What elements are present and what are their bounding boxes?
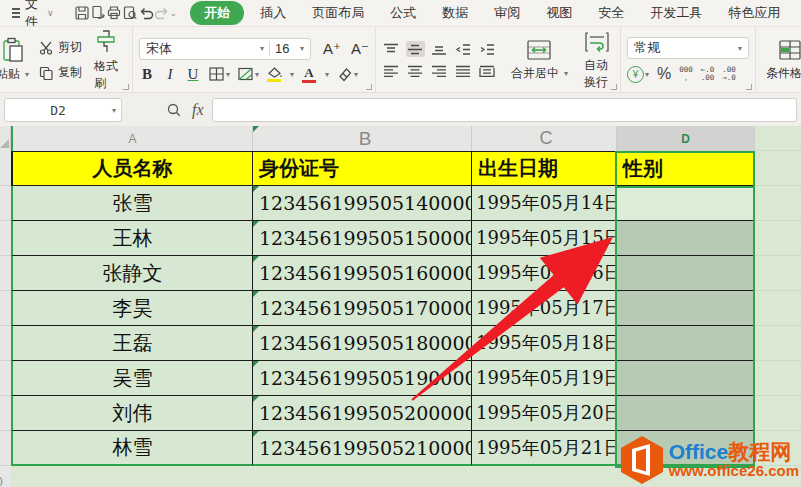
row-header-1[interactable]: 1 [0, 151, 11, 186]
cell-id-number[interactable]: 123456199505210000 [253, 431, 472, 466]
bold-button[interactable]: B [139, 66, 155, 83]
header-cell-gender[interactable]: 性别 [617, 151, 755, 186]
clear-format-button[interactable]: ▾ [336, 66, 358, 82]
cell-id-number[interactable]: 123456199505140000 [253, 186, 472, 221]
cell-empty[interactable] [755, 396, 801, 431]
ribbon-tab-0[interactable]: 开始 [190, 1, 244, 25]
formula-input[interactable] [212, 98, 797, 122]
align-right-button[interactable] [430, 63, 449, 79]
header-cell-id-number[interactable]: 身份证号 [253, 151, 472, 186]
ribbon-tab-8[interactable]: 开发工具 [640, 1, 712, 25]
cell-birth-date[interactable]: 1995年05月14日 [472, 186, 617, 221]
save-button[interactable] [74, 3, 90, 23]
italic-button[interactable]: I [162, 66, 178, 83]
cell-name[interactable]: 刘伟 [11, 396, 253, 431]
decrease-indent-button[interactable] [454, 41, 473, 57]
cell-empty[interactable] [755, 186, 801, 221]
conditional-format-button[interactable]: 条件格式 [762, 38, 801, 82]
justify-button[interactable] [454, 63, 473, 79]
percent-format-button[interactable]: % [657, 65, 671, 83]
zoom-formula-button[interactable] [166, 102, 182, 118]
cell-gender-active[interactable] [617, 186, 755, 221]
align-center-button[interactable] [406, 63, 425, 79]
cell-id-number[interactable]: 123456199505160000 [253, 256, 472, 291]
cell-birth-date[interactable]: 1995年05月17日 [472, 291, 617, 326]
column-header-b[interactable]: B [253, 126, 472, 151]
cell-gender[interactable] [617, 256, 755, 291]
row-header-3[interactable]: 3 [0, 221, 11, 256]
cell-gender[interactable] [617, 291, 755, 326]
ribbon-tab-10[interactable]: 文档 [796, 1, 801, 25]
cell-empty[interactable] [755, 256, 801, 291]
header-cell-birth-date[interactable]: 出生日期 [472, 151, 617, 186]
cell-empty[interactable] [755, 326, 801, 361]
cell-gender[interactable] [617, 361, 755, 396]
align-middle-button[interactable] [406, 41, 425, 57]
insert-function-button[interactable]: fx [192, 101, 204, 119]
increase-indent-button[interactable] [478, 41, 497, 57]
cell-gender[interactable] [617, 326, 755, 361]
cell-birth-date[interactable]: 1995年05月16日 [472, 256, 617, 291]
align-left-button[interactable] [382, 63, 401, 79]
column-header-e[interactable] [755, 126, 801, 151]
cell-empty[interactable] [755, 221, 801, 256]
align-top-button[interactable] [382, 41, 401, 57]
cell-id-number[interactable]: 123456199505150000 [253, 221, 472, 256]
cell-name[interactable]: 王磊 [11, 326, 253, 361]
ribbon-tab-6[interactable]: 视图 [536, 1, 582, 25]
cell-name[interactable]: 李昊 [11, 291, 253, 326]
row-header-6[interactable]: 6 [0, 326, 11, 361]
cell-id-number[interactable]: 123456199505180000 [253, 326, 472, 361]
export-button[interactable] [90, 3, 106, 23]
cell-empty[interactable] [755, 291, 801, 326]
number-format-select[interactable]: 常规 ▾ [627, 37, 749, 59]
ribbon-tab-5[interactable]: 审阅 [484, 1, 530, 25]
row-header-7[interactable]: 7 [0, 361, 11, 396]
print-button[interactable] [106, 3, 122, 23]
column-header-c[interactable]: C [472, 126, 617, 151]
ribbon-tab-9[interactable]: 特色应用 [718, 1, 790, 25]
cut-button[interactable]: 剪切 [39, 39, 82, 56]
row-header-9[interactable]: 9 [0, 431, 11, 466]
fill-color-button[interactable] [266, 67, 282, 82]
ribbon-tab-1[interactable]: 插入 [250, 1, 296, 25]
cell-empty[interactable] [755, 151, 801, 186]
cell-empty[interactable] [755, 361, 801, 396]
cell-shading-button[interactable]: ▾ [237, 66, 259, 82]
ribbon-tab-7[interactable]: 安全 [588, 1, 634, 25]
row-header-10[interactable]: 10 [0, 466, 11, 487]
distribute-button[interactable] [478, 63, 497, 79]
cell-birth-date[interactable]: 1995年05月21日 [472, 431, 617, 466]
cell-birth-date[interactable]: 1995年05月19日 [472, 361, 617, 396]
cell-name[interactable]: 林雪 [11, 431, 253, 466]
row-header-8[interactable]: 8 [0, 396, 11, 431]
ribbon-tab-4[interactable]: 数据 [432, 1, 478, 25]
cell-id-number[interactable]: 123456199505190000 [253, 361, 472, 396]
cell-birth-date[interactable]: 1995年05月15日 [472, 221, 617, 256]
copy-button[interactable]: 复制 [39, 64, 82, 81]
row-header-2[interactable]: 2 [0, 186, 11, 221]
column-header-d-selected[interactable]: D [617, 126, 755, 151]
merge-center-button[interactable]: 合并居中▾ [507, 38, 572, 82]
thousands-format-button[interactable]: 000 , [679, 66, 693, 83]
select-all-corner[interactable] [0, 126, 11, 151]
wrap-text-button[interactable]: 自动换行 [580, 30, 614, 91]
underline-button[interactable]: U [185, 66, 201, 83]
undo-button[interactable] [138, 3, 154, 23]
cell-id-number[interactable]: 123456199505170000 [253, 291, 472, 326]
header-cell-name[interactable]: 人员名称 [11, 151, 253, 186]
cell-id-number[interactable]: 123456199505200000 [253, 396, 472, 431]
format-painter-button[interactable]: 格式刷 [90, 29, 122, 92]
name-box[interactable]: D2 ▾ [4, 98, 122, 122]
cell-name[interactable]: 张静文 [11, 256, 253, 291]
currency-format-button[interactable]: ¥ ▾ [627, 66, 649, 83]
decrease-decimal-button[interactable]: .00 →.0 [722, 66, 736, 83]
cell-birth-date[interactable]: 1995年05月18日 [472, 326, 617, 361]
ribbon-tab-2[interactable]: 页面布局 [302, 1, 374, 25]
cell-birth-date[interactable]: 1995年05月20日 [472, 396, 617, 431]
font-color-button[interactable]: A [301, 66, 317, 83]
quick-access-customize-button[interactable]: ⌄ [170, 3, 178, 23]
increase-decimal-button[interactable]: ←.0 .00 [701, 66, 715, 83]
cell-name[interactable]: 张雪 [11, 186, 253, 221]
font-name-select[interactable]: 宋体 ▾ 16 ▾ [139, 38, 311, 60]
